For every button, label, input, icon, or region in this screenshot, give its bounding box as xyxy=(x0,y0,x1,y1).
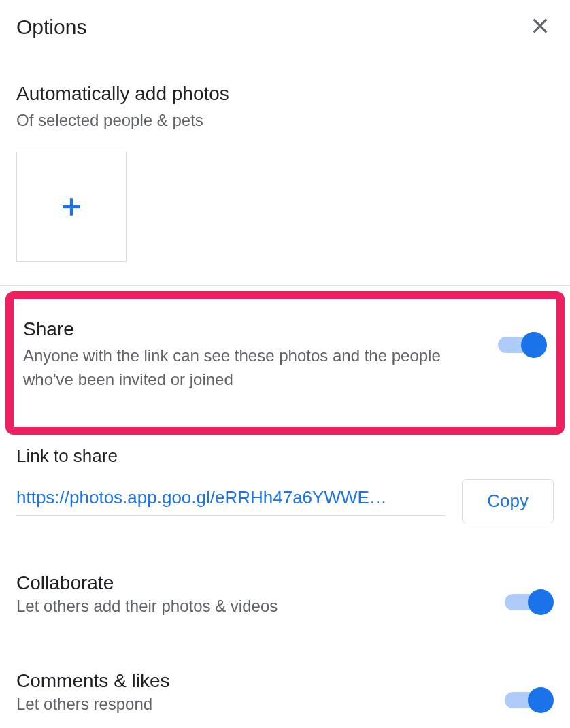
plus-icon xyxy=(60,195,83,218)
collaborate-toggle[interactable] xyxy=(505,589,554,612)
comments-title: Comments & likes xyxy=(16,670,505,692)
copy-button[interactable]: Copy xyxy=(462,479,554,523)
options-header: Options xyxy=(0,0,570,48)
toggle-thumb xyxy=(528,687,554,713)
link-url: https://photos.app.goo.gl/eRRHh47a6YWWE… xyxy=(16,487,446,508)
comments-row: Comments & likes Let others respond xyxy=(0,650,570,721)
close-icon xyxy=(529,15,551,37)
auto-add-subtitle: Of selected people & pets xyxy=(16,109,554,133)
share-row: Share Anyone with the link can see these… xyxy=(23,318,547,392)
collaborate-row: Collaborate Let others add their photos … xyxy=(0,552,570,623)
collaborate-text: Collaborate Let others add their photos … xyxy=(16,572,505,616)
collaborate-subtitle: Let others add their photos & videos xyxy=(16,597,505,616)
close-button[interactable] xyxy=(526,12,554,42)
share-subtitle: Anyone with the link can see these photo… xyxy=(23,344,482,392)
collaborate-title: Collaborate xyxy=(16,572,505,594)
comments-toggle[interactable] xyxy=(505,687,554,710)
link-section: Link to share https://photos.app.goo.gl/… xyxy=(0,435,570,523)
comments-text: Comments & likes Let others respond xyxy=(16,670,505,714)
toggle-thumb xyxy=(521,332,547,358)
share-title: Share xyxy=(23,318,482,340)
toggle-thumb xyxy=(528,589,554,615)
link-row: https://photos.app.goo.gl/eRRHh47a6YWWE…… xyxy=(16,479,554,523)
page-title: Options xyxy=(16,16,86,39)
divider xyxy=(0,285,570,286)
share-text: Share Anyone with the link can see these… xyxy=(23,318,498,392)
auto-add-title: Automatically add photos xyxy=(16,83,554,105)
share-toggle[interactable] xyxy=(498,332,547,355)
comments-subtitle: Let others respond xyxy=(16,695,505,714)
link-label: Link to share xyxy=(16,446,554,467)
link-url-container[interactable]: https://photos.app.goo.gl/eRRHh47a6YWWE… xyxy=(16,487,446,516)
share-highlight-box: Share Anyone with the link can see these… xyxy=(5,291,565,435)
auto-add-section: Automatically add photos Of selected peo… xyxy=(0,48,570,278)
add-people-tile[interactable] xyxy=(16,152,127,262)
